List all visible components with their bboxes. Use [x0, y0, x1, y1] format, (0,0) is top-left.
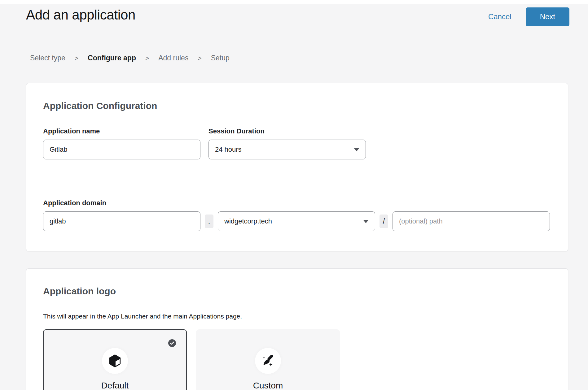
- breadcrumb-step-setup[interactable]: Setup: [211, 54, 230, 62]
- application-configuration-card: Application Configuration Application na…: [26, 83, 568, 251]
- logo-option-label: Default: [101, 381, 129, 390]
- selected-check-icon: [168, 339, 176, 347]
- breadcrumb-separator: >: [198, 54, 201, 62]
- domain-select[interactable]: widgetcorp.tech: [218, 211, 375, 231]
- application-logo-heading: Application logo: [43, 286, 550, 297]
- name-duration-row: Application name Session Duration 24 hou…: [43, 127, 550, 159]
- page-title: Add an application: [26, 7, 135, 23]
- breadcrumb: Select type > Configure app > Add rules …: [30, 54, 588, 62]
- session-duration-select[interactable]: 24 hours: [208, 140, 366, 159]
- topbar-remnant: [0, 0, 588, 4]
- slash-separator: /: [380, 214, 388, 228]
- cube-icon: [102, 348, 128, 374]
- breadcrumb-step-configure-app[interactable]: Configure app: [88, 54, 136, 62]
- domain-select-value: widgetcorp.tech: [224, 217, 272, 225]
- dot-separator: .: [205, 214, 213, 228]
- logo-option-label: Custom: [253, 381, 283, 390]
- subdomain-input[interactable]: [43, 211, 200, 231]
- session-duration-field: Session Duration 24 hours: [208, 127, 366, 159]
- breadcrumb-step-select-type[interactable]: Select type: [30, 54, 65, 62]
- chevron-down-icon: [363, 220, 369, 223]
- application-domain-row: . widgetcorp.tech /: [43, 211, 550, 231]
- session-duration-label: Session Duration: [208, 127, 366, 135]
- breadcrumb-step-add-rules[interactable]: Add rules: [158, 54, 188, 62]
- chevron-down-icon: [354, 148, 359, 151]
- logo-option-default[interactable]: Default: [43, 329, 187, 390]
- application-domain-field: Application domain . widgetcorp.tech /: [43, 199, 550, 231]
- page-header: Add an application Cancel Next: [0, 4, 588, 26]
- path-input[interactable]: [393, 211, 550, 231]
- paintbrush-icon: [255, 348, 281, 374]
- breadcrumb-separator: >: [75, 54, 78, 62]
- application-logo-description: This will appear in the App Launcher and…: [43, 313, 550, 320]
- logo-option-custom[interactable]: Custom: [196, 329, 340, 390]
- application-name-input[interactable]: [43, 140, 200, 159]
- logo-options: Default Custom: [43, 329, 550, 390]
- next-button[interactable]: Next: [526, 7, 569, 26]
- application-configuration-heading: Application Configuration: [43, 101, 550, 111]
- cancel-button[interactable]: Cancel: [488, 12, 511, 21]
- application-logo-card: Application logo This will appear in the…: [26, 268, 568, 390]
- session-duration-value: 24 hours: [215, 145, 242, 154]
- application-name-label: Application name: [43, 127, 200, 135]
- application-name-field: Application name: [43, 127, 200, 159]
- header-actions: Cancel Next: [488, 7, 569, 26]
- application-domain-label: Application domain: [43, 199, 550, 207]
- breadcrumb-separator: >: [145, 54, 149, 62]
